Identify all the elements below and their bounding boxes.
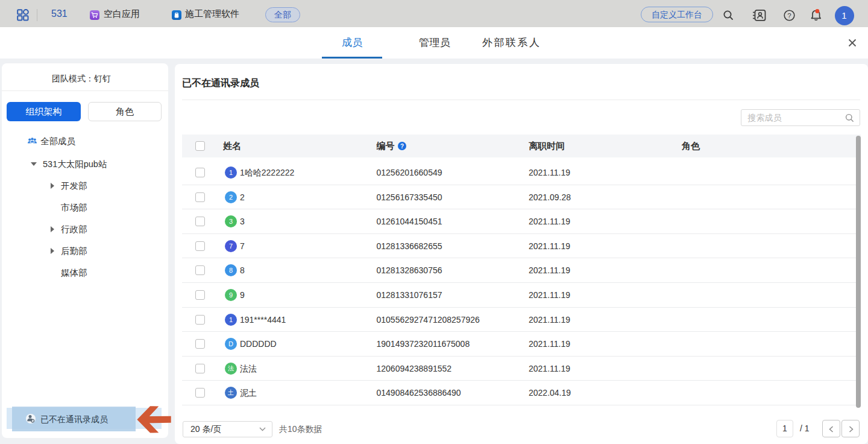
svg-text:?: ? <box>400 143 404 150</box>
svg-text:?: ? <box>787 12 791 19</box>
